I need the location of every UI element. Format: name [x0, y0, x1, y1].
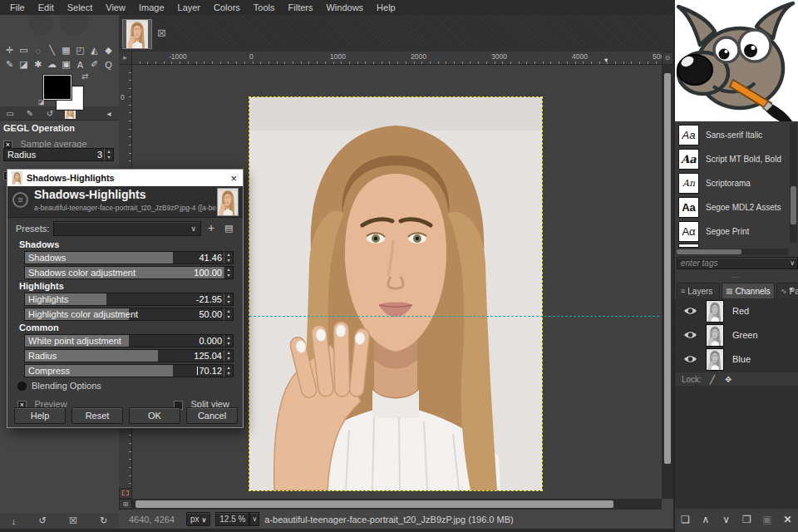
crop-tool[interactable]: ▦	[59, 43, 73, 57]
spinner-arrows[interactable]: ▴▾	[224, 350, 233, 362]
tab-extra-icon[interactable]: ⊠	[157, 27, 166, 39]
channel-to-selection-icon[interactable]: ▣	[757, 514, 777, 525]
paths-tool[interactable]: ╲	[45, 43, 59, 57]
quick-mask-button[interactable]	[119, 488, 132, 499]
presets-dropdown[interactable]: ∨	[53, 221, 201, 236]
restore-preset-icon[interactable]: ↺	[38, 515, 46, 526]
zoom-dropdown-icon[interactable]: ∨	[249, 512, 259, 526]
new-channel-icon[interactable]: ❏	[675, 514, 695, 525]
font-list-item[interactable]: Aa Sans-serif Italic	[677, 123, 790, 147]
radius-slider[interactable]: Radius 125.04 ▴▾	[24, 349, 234, 362]
canvas-image[interactable]	[249, 97, 542, 490]
dock-collapse-icon[interactable]: ◂	[99, 106, 119, 120]
lock-pixels-icon[interactable]: ╱	[710, 375, 715, 384]
spinner-arrows[interactable]: ▴▾	[224, 308, 233, 320]
device-status-tab[interactable]: ✎	[20, 106, 40, 120]
highlights-slider[interactable]: Highlights -21.95 ▴▾	[24, 293, 234, 306]
lower-channel-icon[interactable]: ∨	[717, 514, 736, 525]
visibility-eye-icon[interactable]	[683, 330, 697, 340]
reset-defaults-icon[interactable]: ↻	[100, 515, 107, 526]
tab-paths[interactable]: ∿ Paths	[776, 283, 798, 298]
reset-button[interactable]: Reset	[71, 407, 123, 424]
shadows-color-adjustment-slider[interactable]: Shadows color adjustment 100.00 ▴▾	[24, 266, 234, 279]
transform-tool[interactable]: ◰	[73, 43, 87, 57]
raise-channel-icon[interactable]: ∧	[696, 514, 716, 525]
blending-options-expander[interactable]: Blending Options	[17, 381, 101, 391]
dock-drag-handle[interactable]: ⋯	[675, 273, 798, 281]
white-point-adjustment-slider[interactable]: White point adjustment 0.000 ▴▾	[24, 334, 234, 347]
flip-tool[interactable]: ◭	[87, 43, 101, 57]
spinner-arrows[interactable]: ▴▾	[224, 293, 233, 305]
menu-help[interactable]: Help	[370, 0, 402, 15]
font-tags-input[interactable]: enter tags ∨	[677, 257, 798, 269]
menu-layer[interactable]: Layer	[171, 0, 208, 15]
vertical-scrollbar-thumb[interactable]	[664, 73, 671, 464]
zoom-value[interactable]: 12.5 %	[215, 512, 249, 526]
fonts-horizontal-scrollbar[interactable]	[677, 249, 788, 255]
visibility-eye-icon[interactable]	[683, 306, 697, 316]
navigation-button[interactable]: ⊞	[119, 499, 132, 510]
font-list-item[interactable]: Aα Segoe Print	[677, 219, 790, 244]
dialog-titlebar[interactable]: Shadows-Highlights ×	[7, 170, 243, 186]
duplicate-channel-icon[interactable]: ❐	[736, 514, 756, 525]
paintbrush-tool[interactable]: ✎	[2, 57, 17, 71]
default-colors-icon[interactable]: ◪	[38, 98, 45, 106]
bucket-fill-tool[interactable]: ◆	[101, 43, 116, 57]
visibility-eye-icon[interactable]	[683, 354, 697, 364]
unit-dropdown[interactable]: px ∨	[186, 512, 210, 526]
close-icon[interactable]: ×	[230, 172, 237, 185]
smudge-tool[interactable]: ☁	[45, 57, 59, 71]
horizontal-scrollbar-thumb[interactable]	[135, 500, 613, 508]
menu-windows[interactable]: Windows	[319, 0, 370, 15]
horizontal-ruler[interactable]: -1000 0 1000 2000 3000 4000 5000 ▾	[132, 52, 662, 65]
spinner-arrows[interactable]: ▴▾	[224, 267, 233, 278]
zoom-tool[interactable]: Q	[101, 57, 116, 71]
foreground-color-swatch[interactable]	[43, 75, 71, 100]
delete-preset-icon[interactable]: ☒	[69, 515, 77, 526]
tool-options-tab[interactable]: ▭	[0, 106, 20, 120]
spinner-arrows[interactable]: ▴▾	[104, 149, 113, 160]
cancel-button[interactable]: Cancel	[186, 407, 238, 424]
airbrush-tool[interactable]: ✱	[31, 57, 45, 71]
horizontal-scrollbar[interactable]	[132, 499, 662, 510]
tab-channels[interactable]: ▦ Channels	[722, 283, 775, 298]
spinner-arrows[interactable]: ▴▾	[224, 365, 233, 377]
save-preset-icon[interactable]: ↓	[12, 516, 17, 526]
fonts-vertical-scrollbar[interactable]	[790, 123, 797, 243]
help-button[interactable]: Help	[14, 407, 66, 424]
dock-menu-icon[interactable]: ◂	[789, 284, 793, 293]
spinner-arrows[interactable]: ▴▾	[224, 335, 233, 347]
fonts-hscroll-thumb[interactable]	[677, 249, 741, 254]
channel-row-blue[interactable]: Blue	[675, 347, 798, 372]
delete-channel-icon[interactable]: ✕	[778, 514, 798, 525]
clone-tool[interactable]: ▣	[59, 57, 73, 71]
channel-row-red[interactable]: Red	[675, 299, 798, 323]
rectangle-select-tool[interactable]: ▭	[17, 43, 31, 57]
menu-filters[interactable]: Filters	[282, 0, 320, 15]
font-list-item[interactable]: An Scriptorama	[677, 171, 790, 195]
move-tool[interactable]: ✛	[2, 43, 17, 57]
compress-slider[interactable]: Compress 70.12 ▴▾	[24, 364, 234, 377]
menu-select[interactable]: Select	[61, 0, 100, 15]
image-tab[interactable]	[122, 19, 152, 49]
ruler-corner-button[interactable]: ▸	[119, 52, 132, 65]
highlights-color-adjustment-slider[interactable]: Highlights color adjustment 50.00 ▴▾	[24, 308, 234, 321]
vertical-scrollbar[interactable]	[662, 65, 673, 499]
spinner-arrows[interactable]: ▴▾	[224, 252, 233, 264]
tab-layers[interactable]: ≡ Layers	[677, 283, 720, 298]
menu-view[interactable]: View	[99, 0, 132, 15]
horizontal-guide[interactable]	[249, 316, 659, 317]
menu-colors[interactable]: Colors	[207, 0, 247, 15]
ok-button[interactable]: OK	[129, 407, 180, 424]
swap-colors-icon[interactable]: ⇄	[81, 71, 88, 81]
save-preset-plus-icon[interactable]: +	[208, 221, 214, 234]
menu-file[interactable]: File	[3, 0, 32, 15]
menu-edit[interactable]: Edit	[32, 0, 61, 15]
preset-menu-icon[interactable]: ▤	[224, 223, 233, 234]
font-list-item[interactable]: Aa Script MT Bold, Bold	[677, 147, 790, 171]
fonts-vscroll-thumb[interactable]	[791, 186, 796, 224]
menu-image[interactable]: Image	[132, 0, 171, 15]
color-picker-tool[interactable]: ✐	[87, 57, 101, 71]
gegl-radius-slider[interactable]: Radius 3 ▴▾	[3, 148, 114, 161]
lock-position-icon[interactable]: ✥	[725, 375, 732, 384]
